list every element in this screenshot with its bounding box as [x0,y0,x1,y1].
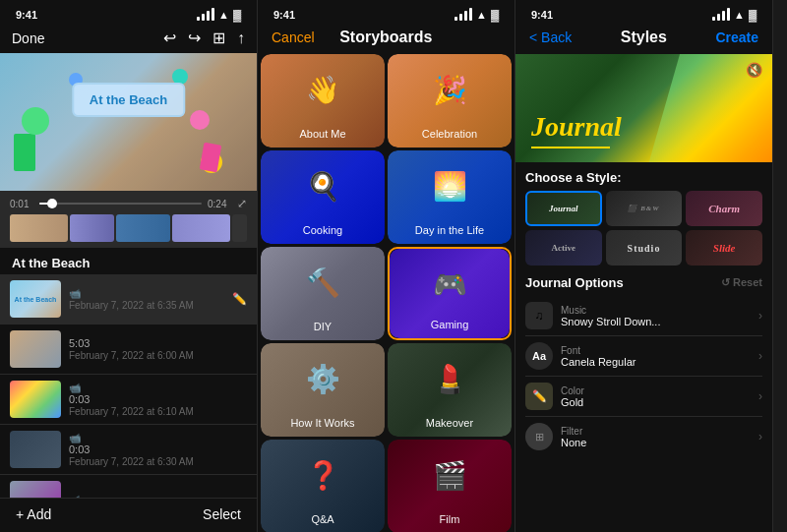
sb-celebration-label: Celebration [422,128,477,140]
undo-icon[interactable]: ↩ [163,29,176,47]
clip-item[interactable]: 📹 [0,475,257,498]
storyboards-header: Cancel Storyboards [258,25,515,54]
deco-green-rect [14,134,35,171]
style-bw[interactable]: ⬛ B&W [606,191,683,226]
sb-item-gaming[interactable]: 🎮 Gaming [388,247,512,340]
add-button[interactable]: + Add [16,506,51,522]
how-it-works-icon: ⚙️ [306,363,340,395]
sb-about-me-label: About Me [299,128,345,140]
journal-preview: Journal 🔇 [515,54,772,162]
sb-item-film[interactable]: 🎬 Film [388,440,512,532]
share-icon[interactable]: ↑ [237,30,245,47]
timeline-progress[interactable] [39,203,202,205]
clip-date-3: February 7, 2022 at 6:10 AM [69,406,247,417]
journal-options-header: Journal Options ↺ Reset [525,275,762,290]
status-icons-1: ▲ ▓ [197,8,241,21]
phone-storyboards: 9:41 ▲ ▓ Cancel Storyboards 👋 About Me 🎉 [258,0,515,532]
clip-duration-2: 5:03 [69,337,247,349]
status-icons-2: ▲ ▓ [454,8,499,21]
clip-item[interactable]: 📹 0:03 February 7, 2022 at 6:10 AM [0,375,257,425]
celebration-icon: 🎉 [433,74,467,106]
sb-item-diy[interactable]: 🔨 DIY [261,247,385,340]
clip-item[interactable]: 📹 0:03 February 7, 2022 at 6:30 AM [0,425,257,475]
option-color-title: Color [561,385,751,396]
clip-duration-4: 0:03 [69,443,247,455]
cancel-button[interactable]: Cancel [272,30,315,45]
clip-info-2: 5:03 February 7, 2022 at 6:00 AM [69,337,247,361]
gaming-icon: 🎮 [433,268,467,301]
option-music-content: Music Snowy Stroll Down... [561,305,751,327]
option-filter-value: None [561,437,751,448]
sb-item-makeover[interactable]: 💄 Makeover [388,343,512,437]
signal-icon [197,8,214,21]
option-music[interactable]: ♫ Music Snowy Stroll Down... › [525,296,762,336]
clip-duration-3: 0:03 [69,393,247,405]
option-music-title: Music [561,305,751,316]
sb-item-qa[interactable]: ❓ Q&A [261,440,385,532]
style-charm[interactable]: Charm [686,191,762,226]
back-button[interactable]: < Back [529,30,572,45]
redo-icon[interactable]: ↪ [188,29,201,47]
clip-strip-seg5 [232,214,247,242]
timeline-thumb[interactable] [47,199,57,208]
sb-item-day-in-life[interactable]: 🌅 Day in the Life [388,150,512,244]
storyboards-title: Storyboards [339,29,432,46]
option-filter-content: Filter None [561,426,751,448]
styles-title: Styles [621,29,667,46]
film-icon: 🎬 [433,459,467,492]
status-bar-2: 9:41 ▲ ▓ [258,0,515,25]
clip-item[interactable]: At the Beach 📹 February 7, 2022 at 6:35 … [0,274,257,325]
color-icon: ✏️ [525,383,553,410]
makeover-icon: 💄 [433,363,467,395]
styles-header: < Back Styles Create [515,25,772,54]
qa-icon: ❓ [306,459,340,492]
sb-item-how-it-works[interactable]: ⚙️ How It Works [261,343,385,437]
style-slide[interactable]: Slide [686,230,762,266]
music-icon: ♫ [525,302,553,329]
select-button[interactable]: Select [203,506,241,522]
clip-strip-seg1 [10,214,68,242]
style-studio-label: Studio [628,243,661,254]
option-font-title: Font [561,345,751,356]
phone-imovie: 9:41 ▲ ▓ Done ↩ ↪ ⊞ ↑ At the Beach [0,0,258,532]
mute-icon[interactable]: 🔇 [746,62,762,78]
option-font[interactable]: Aa Font Canela Regular › [525,336,762,377]
header-toolbar: ↩ ↪ ⊞ ↑ [163,29,245,47]
wifi-icon-2: ▲ [476,9,487,21]
timeline-bar[interactable]: 0:01 0:24 ⤢ [0,191,257,248]
clip-thumb-1: At the Beach [10,280,61,318]
expand-icon[interactable]: ⤢ [237,197,247,210]
done-button[interactable]: Done [12,30,44,46]
option-filter[interactable]: ⊞ Filter None › [525,417,762,456]
clip-list: At the Beach 📹 February 7, 2022 at 6:35 … [0,274,257,498]
timeline-end: 0:24 [208,199,231,209]
style-studio[interactable]: Studio [606,230,683,266]
sb-item-celebration[interactable]: 🎉 Celebration [388,54,512,148]
clip-strip-seg3 [116,214,170,242]
project-title: At the Beach [0,248,257,274]
status-time-1: 9:41 [16,9,37,21]
clip-video-icon-5: 📹 [69,495,247,499]
sb-gaming-label: Gaming [431,319,469,330]
option-color[interactable]: ✏️ Color Gold › [525,377,762,417]
sb-day-in-life-label: Day in the Life [415,224,484,236]
clip-item[interactable]: 5:03 February 7, 2022 at 6:00 AM [0,325,257,375]
style-active[interactable]: Active [525,230,602,266]
sb-item-cooking[interactable]: 🍳 Cooking [261,150,385,244]
option-font-arrow: › [758,349,762,363]
timeline-track: 0:01 0:24 ⤢ [10,197,247,210]
style-journal[interactable]: Journal [525,191,602,226]
clip-edit-icon-1[interactable]: ✏️ [232,292,247,306]
phone1-footer: + Add Select [0,498,257,532]
cooking-icon: 🍳 [306,170,340,203]
reset-button[interactable]: ↺ Reset [721,276,762,289]
status-time-2: 9:41 [273,9,295,21]
create-button[interactable]: Create [715,30,758,45]
crop-icon[interactable]: ⊞ [212,29,225,47]
battery-icon-2: ▓ [491,9,499,21]
option-filter-title: Filter [561,426,751,437]
option-color-value: Gold [561,396,751,408]
signal-icon-3 [712,8,730,21]
sb-item-about-me[interactable]: 👋 About Me [261,54,385,148]
battery-icon-3: ▓ [749,9,757,21]
